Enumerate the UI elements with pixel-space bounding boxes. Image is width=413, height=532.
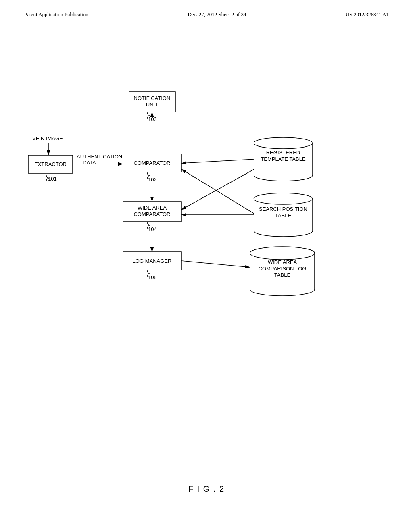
wide-area-comparator-label-line1: WIDE AREA <box>138 205 167 211</box>
extractor-id: 101 <box>48 176 57 182</box>
log-manager-label: LOG MANAGER <box>133 258 172 264</box>
wide-area-log-bottom-arc <box>250 289 315 296</box>
header-publication: Patent Application Publication <box>24 11 88 18</box>
vein-image-label: VEIN IMAGE <box>32 135 63 141</box>
log-manager-id: 105 <box>148 274 157 281</box>
header-date-sheet: Dec. 27, 2012 Sheet 2 of 34 <box>188 11 246 18</box>
log-manager-to-log-table-arrow <box>181 261 250 267</box>
registered-template-label-line2: TEMPLATE TABLE <box>261 156 306 162</box>
figure-caption: F I G . 2 <box>188 484 225 494</box>
comparator-id: 102 <box>148 177 157 183</box>
auth-data-label-line1: AUTHENTICATION <box>77 154 122 160</box>
comparator-label: COMPARATOR <box>133 160 170 166</box>
wide-area-log-label-line2: COMPARISON LOG <box>259 266 307 272</box>
notification-id: 103 <box>148 116 157 122</box>
search-position-label-line2: TABLE <box>275 212 292 218</box>
search-pos-to-comparator-arrow <box>181 169 254 214</box>
notification-unit-label-line1: NOTIFICATION <box>134 95 171 101</box>
registered-template-label-line1: REGISTERED <box>266 150 300 156</box>
search-position-top-ellipse <box>254 193 313 204</box>
registered-template-top-ellipse <box>254 137 313 149</box>
auth-data-label-line2: DATA <box>83 160 96 166</box>
wide-area-comparator-label-line2: COMPARATOR <box>133 211 170 217</box>
wide-area-id: 104 <box>148 226 157 232</box>
page-header: Patent Application Publication Dec. 27, … <box>0 0 413 18</box>
registered-template-bottom-arc <box>254 175 313 181</box>
template-to-wide-area-arrow <box>181 169 254 210</box>
template-to-comparator-arrow <box>181 159 254 163</box>
wide-area-log-label-line3: TABLE <box>274 272 291 278</box>
search-position-bottom-arc <box>254 231 313 237</box>
wide-area-log-label-line1: WIDE AREA <box>268 259 297 265</box>
search-position-label-line1: SEARCH POSITION <box>259 206 307 212</box>
diagram-svg: VEIN IMAGE EXTRACTOR 101 AUTHENTICATION … <box>0 32 413 415</box>
extractor-label: EXTRACTOR <box>34 161 67 167</box>
header-patent-number: US 2012/326841 A1 <box>346 11 389 18</box>
notification-unit-label-line2: UNIT <box>146 102 158 108</box>
wide-area-log-top-ellipse <box>250 247 315 260</box>
